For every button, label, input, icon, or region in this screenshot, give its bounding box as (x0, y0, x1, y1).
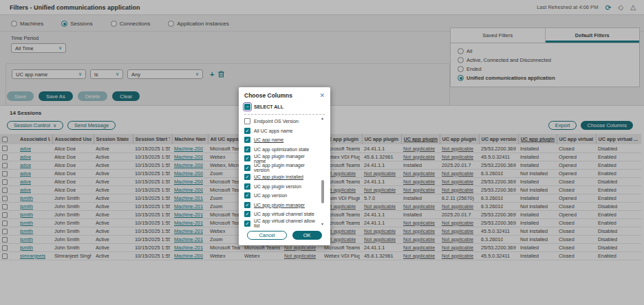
select-all-checkbox[interactable]: − (244, 104, 250, 110)
column-option-uc-app-plugin-manager-version[interactable]: ✓UC app plugin manager version (244, 163, 318, 173)
scroll-up-icon[interactable]: ▲ (320, 116, 325, 120)
column-list: Endpoint OS Version✓All UC apps name✓UC … (244, 114, 325, 227)
cancel-button[interactable]: Cancel (247, 231, 286, 240)
choose-columns-modal: Choose Columns ✕ − SELECT ALL Endpoint O… (239, 87, 330, 245)
column-option-all-uc-apps-name[interactable]: ✓All UC apps name (244, 126, 318, 136)
modal-title: Choose Columns (244, 92, 292, 99)
column-option-uc-app-virtual-channel-state[interactable]: ✓UC app virtual channel state (244, 210, 318, 219)
checkbox-icon[interactable]: ✓ (244, 174, 250, 180)
column-option-label: UC app virtual channel allow list (254, 218, 318, 227)
column-option-uc-app-plugin-manager[interactable]: ✓UC app plugin manager (244, 201, 318, 210)
checkbox-icon[interactable]: ✓ (244, 128, 250, 134)
column-option-uc-app-plugin-version[interactable]: ✓UC app plugin version (244, 182, 318, 192)
column-option-label: All UC apps name (254, 128, 292, 133)
checkbox-icon[interactable]: ✓ (244, 146, 250, 152)
column-option-uc-app-plugin-installed[interactable]: ✓UC app plugin installed (244, 172, 318, 182)
scrollbar-thumb[interactable] (321, 180, 324, 203)
column-list-items: Endpoint OS Version✓All UC apps name✓UC … (244, 117, 318, 227)
scroll-down-icon[interactable]: ▼ (320, 222, 325, 226)
column-option-label: UC app version (254, 193, 287, 198)
checkbox-icon[interactable]: ✓ (244, 221, 250, 227)
select-all-checkbox-row[interactable]: − SELECT ALL (244, 104, 325, 110)
checkbox-icon[interactable]: ✓ (244, 137, 250, 143)
column-option-uc-app-optimization-state[interactable]: ✓UC app optimization state (244, 145, 318, 155)
column-option-uc-app-virtual-channel-allow-list[interactable]: ✓UC app virtual channel allow list (244, 219, 318, 228)
checkbox-icon[interactable]: ✓ (244, 183, 250, 190)
column-option-label: UC app plugin installed (254, 174, 303, 179)
close-icon[interactable]: ✕ (319, 93, 325, 99)
select-all-label: SELECT ALL (254, 104, 283, 109)
column-option-label: UC app plugin manager version (254, 163, 318, 172)
column-option-label: UC app name (254, 137, 283, 142)
column-option-label: UC app plugin manager (254, 203, 305, 207)
column-option-label: UC app plugin version (254, 184, 301, 189)
modal-scrollbar[interactable]: ▲ ▼ (320, 116, 325, 226)
column-option-label: UC app optimization state (254, 147, 309, 152)
checkbox-icon[interactable]: ✓ (244, 155, 250, 161)
checkbox-icon[interactable]: ✓ (244, 202, 250, 208)
checkbox-icon[interactable]: ✓ (244, 192, 250, 199)
column-option-label: Endpoint OS Version (254, 119, 299, 124)
checkbox-icon[interactable]: ✓ (244, 165, 250, 171)
ok-button[interactable]: OK (292, 231, 322, 240)
column-option-uc-app-plugin-manager-name[interactable]: ✓UC app plugin manager name (244, 154, 318, 163)
checkbox-icon[interactable]: ✓ (244, 211, 250, 217)
column-option-uc-app-name[interactable]: ✓UC app name (244, 135, 318, 145)
column-option-endpoint-os-version[interactable]: Endpoint OS Version (244, 117, 318, 126)
column-option-label: UC app plugin manager name (254, 154, 318, 163)
checkbox-icon[interactable] (244, 118, 250, 124)
column-option-uc-app-version[interactable]: ✓UC app version (244, 191, 318, 201)
column-option-label: UC app virtual channel state (254, 212, 314, 216)
